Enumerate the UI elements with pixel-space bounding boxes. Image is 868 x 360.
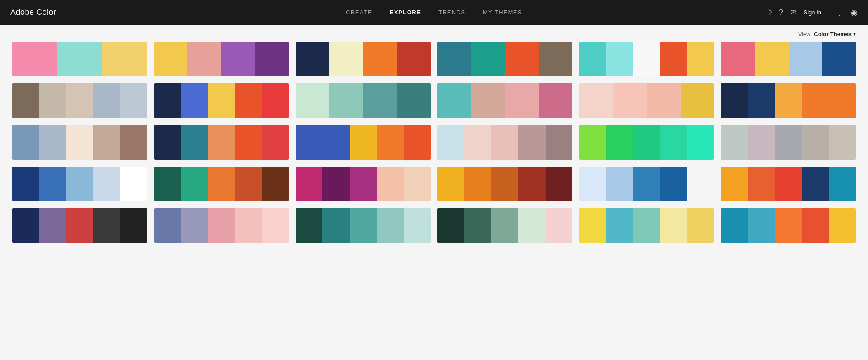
palette-card[interactable] (721, 125, 856, 160)
nav-item-explore[interactable]: EXPLORE (390, 9, 421, 16)
palette-card[interactable] (437, 125, 572, 160)
palette-card[interactable] (579, 42, 714, 76)
color-swatch (579, 125, 606, 160)
palette-card[interactable] (579, 167, 714, 201)
color-swatch (208, 125, 235, 160)
color-swatch (235, 208, 262, 243)
color-swatch (12, 167, 39, 201)
color-swatch (660, 42, 687, 76)
color-swatch (802, 208, 829, 243)
palette-card[interactable] (12, 42, 147, 76)
color-swatch (154, 83, 181, 118)
palette-card[interactable] (721, 208, 856, 243)
color-swatch (208, 83, 235, 118)
color-swatch (579, 83, 613, 118)
palette-card[interactable] (296, 83, 431, 118)
color-swatch (296, 42, 329, 76)
color-swatch (829, 125, 856, 160)
palette-card[interactable] (579, 208, 714, 243)
palette-card[interactable] (296, 125, 431, 160)
palette-card[interactable] (721, 42, 856, 76)
palette-card[interactable] (296, 42, 431, 76)
color-swatch (721, 83, 748, 118)
color-swatch (93, 83, 120, 118)
color-swatch (39, 167, 66, 201)
nav-item-my-themes[interactable]: MY THEMES (483, 9, 522, 16)
palette-card[interactable] (12, 83, 147, 118)
palette-card[interactable] (437, 83, 572, 118)
color-swatch (613, 83, 647, 118)
color-swatch (505, 42, 539, 76)
color-swatch (775, 208, 802, 243)
color-swatch (377, 208, 404, 243)
palette-card[interactable] (12, 208, 147, 243)
palette-card[interactable] (154, 208, 289, 243)
color-swatch (66, 167, 93, 201)
moon-icon[interactable]: ☽ (765, 8, 772, 17)
palette-card[interactable] (437, 42, 572, 76)
color-swatch (397, 83, 431, 118)
color-swatch (539, 83, 572, 118)
color-swatch (471, 83, 505, 118)
color-swatch (377, 125, 404, 160)
color-swatch (329, 42, 363, 76)
palette-card[interactable] (154, 83, 289, 118)
palette-card[interactable] (154, 42, 289, 76)
color-swatch (606, 125, 633, 160)
color-swatch (262, 167, 289, 201)
color-swatch (539, 42, 572, 76)
header-right: ☽ ? ✉ Sign In ⋮⋮ ◉ (765, 8, 858, 17)
color-swatch (748, 208, 775, 243)
color-swatch (464, 125, 491, 160)
palette-card[interactable] (154, 167, 289, 201)
color-swatch (181, 208, 208, 243)
color-swatch (633, 125, 660, 160)
color-swatch (93, 125, 120, 160)
palette-card[interactable] (721, 83, 856, 118)
color-swatch (120, 83, 147, 118)
palette-card[interactable] (296, 167, 431, 201)
color-swatch (721, 125, 748, 160)
color-swatch (221, 42, 255, 76)
palette-card[interactable] (721, 167, 856, 201)
user-icon[interactable]: ◉ (851, 8, 858, 17)
palette-card[interactable] (437, 167, 572, 201)
chevron-down-icon: ▾ (853, 31, 856, 37)
color-swatch (262, 125, 289, 160)
palette-card[interactable] (579, 125, 714, 160)
palette-card[interactable] (296, 208, 431, 243)
palette-card[interactable] (437, 208, 572, 243)
chat-icon[interactable]: ✉ (790, 8, 797, 17)
color-swatch (437, 83, 471, 118)
color-swatch (606, 208, 633, 243)
color-swatch (687, 167, 714, 201)
color-swatch (66, 125, 93, 160)
palette-card[interactable] (579, 83, 714, 118)
color-swatch (687, 125, 714, 160)
palette-card[interactable] (12, 167, 147, 201)
color-swatch (491, 125, 518, 160)
color-swatch (437, 208, 464, 243)
sign-in-button[interactable]: Sign In (804, 9, 821, 16)
color-swatch (262, 208, 289, 243)
color-swatch (322, 208, 349, 243)
nav-item-create[interactable]: CREATE (346, 9, 372, 16)
palette-card[interactable] (12, 125, 147, 160)
color-swatch (322, 167, 349, 201)
color-swatch (404, 208, 431, 243)
nav-item-trends[interactable]: TRENDS (438, 9, 465, 16)
view-dropdown[interactable]: Color Themes ▾ (814, 31, 856, 37)
color-swatch (775, 125, 802, 160)
apps-icon[interactable]: ⋮⋮ (828, 8, 844, 17)
color-swatch (154, 167, 181, 201)
color-swatch (633, 42, 660, 76)
palette-card[interactable] (154, 125, 289, 160)
color-swatch (755, 42, 789, 76)
color-swatch (748, 167, 775, 201)
color-swatch (437, 167, 464, 201)
main-nav: CREATEEXPLORETRENDSMY THEMES (346, 9, 522, 16)
view-label: View (798, 31, 810, 37)
color-swatch (829, 208, 856, 243)
help-icon[interactable]: ? (779, 8, 783, 17)
color-swatch (93, 167, 120, 201)
